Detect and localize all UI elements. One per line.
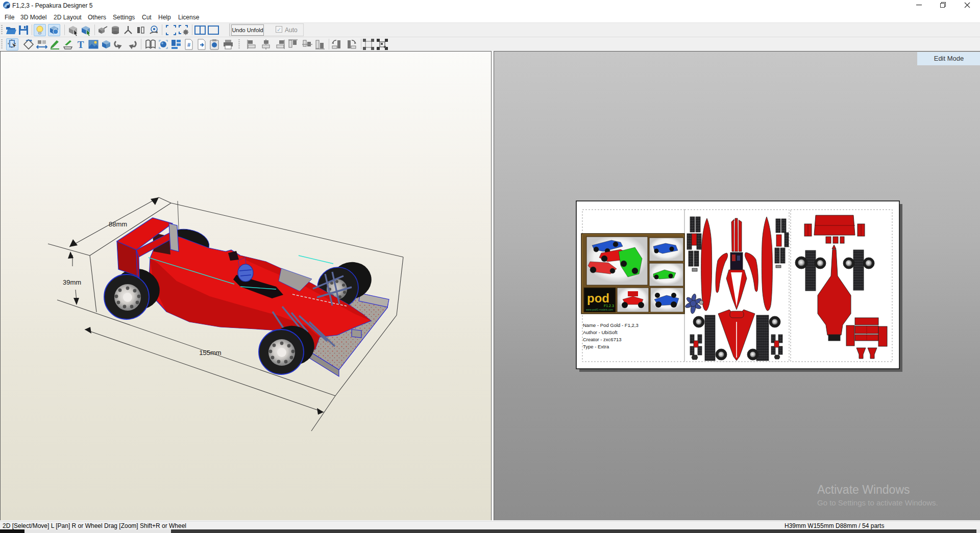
svg-text:F1.2.3: F1.2.3 — [604, 304, 614, 308]
svg-text:Creator - zxc6713: Creator - zxc6713 — [583, 337, 622, 342]
svg-text:www.podf1-models.com: www.podf1-models.com — [586, 308, 613, 311]
svg-text:pod: pod — [587, 291, 609, 305]
svg-text:Name - Pod Gold - F1,2,3: Name - Pod Gold - F1,2,3 — [583, 322, 639, 328]
svg-text:Type - Extra: Type - Extra — [583, 344, 609, 349]
svg-text:39mm: 39mm — [63, 278, 81, 286]
svg-text:T: T — [78, 39, 84, 50]
svg-text:155mm: 155mm — [199, 349, 221, 357]
svg-text:88mm: 88mm — [109, 220, 127, 228]
svg-text:#: # — [187, 42, 190, 48]
svg-text:Author - UbiSoft: Author - UbiSoft — [583, 329, 618, 335]
